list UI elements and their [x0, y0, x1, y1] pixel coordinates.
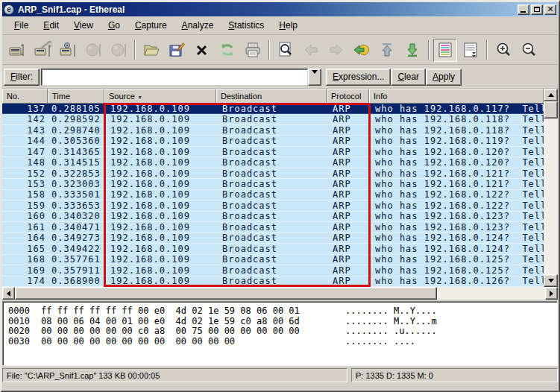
packet-no: 159	[2, 201, 48, 210]
scroll-left-button[interactable]	[2, 287, 15, 300]
packet-row[interactable]: 1640.349273192.168.0.109BroadcastARPwho …	[2, 233, 544, 244]
filter-dropdown-button[interactable]	[308, 69, 321, 86]
menu-file[interactable]: File	[7, 17, 36, 34]
column-header-no[interactable]: No.	[2, 89, 48, 104]
packet-time: 0.368900	[48, 276, 104, 285]
hex-offset: 0030	[8, 337, 41, 347]
zoom-in-button[interactable]	[491, 39, 515, 62]
packet-row[interactable]: 1690.357911192.168.0.109BroadcastARPwho …	[2, 265, 544, 276]
packet-destination: Broadcast	[216, 169, 327, 178]
minimize-icon	[520, 11, 526, 13]
menu-help[interactable]: Help	[271, 17, 305, 34]
clear-button[interactable]: Clear	[391, 69, 426, 86]
packet-time: 0.288105	[48, 104, 104, 113]
filter-button[interactable]: Filter:	[4, 69, 40, 86]
capture-start-button[interactable]	[56, 39, 80, 62]
toolbar-separator	[134, 40, 136, 60]
zoom-out-button[interactable]	[517, 39, 541, 62]
packet-info: who has 192.168.0.121? Tell	[369, 169, 544, 178]
packet-info: who has 192.168.0.118? Tell	[369, 115, 544, 124]
print-button[interactable]	[241, 39, 265, 62]
hex-line[interactable]: 003000 00 00 00 00 00 00 00 00 00 00 00.…	[8, 337, 557, 347]
packet-protocol: ARP	[327, 169, 369, 178]
auto-scroll-button[interactable]	[459, 39, 482, 62]
title-bar[interactable]: e ARP_Snif1.cap - Ethereal ✕	[2, 2, 558, 16]
menu-go[interactable]: Go	[101, 17, 128, 34]
close-button[interactable]: ✕	[544, 4, 556, 15]
capture-restart-button[interactable]	[107, 39, 130, 62]
menu-capture[interactable]: Capture	[128, 17, 174, 34]
packet-destination: Broadcast	[216, 190, 327, 199]
packet-row[interactable]: 1530.323003192.168.0.109BroadcastARPwho …	[2, 179, 544, 189]
vertical-scroll-thumb[interactable]	[544, 101, 558, 118]
horizontal-scrollbar[interactable]	[2, 287, 558, 300]
packet-row[interactable]: 1740.368900192.168.0.109BroadcastARPwho …	[2, 276, 544, 287]
menu-statistics[interactable]: Statistics	[221, 17, 271, 34]
filter-input[interactable]	[41, 69, 308, 86]
column-header-destination[interactable]: Destination	[216, 89, 327, 104]
packet-row[interactable]: 1580.333501192.168.0.109BroadcastARPwho …	[2, 190, 544, 200]
toolbar-separator	[268, 40, 270, 60]
find-packet-button[interactable]	[274, 39, 298, 62]
vertical-scrollbar[interactable]	[544, 89, 558, 287]
maximize-button[interactable]	[531, 4, 543, 15]
packet-info: who has 192.168.0.125? Tell	[369, 266, 544, 275]
hex-dump-pane[interactable]: 0000ff ff ff ff ff ff 00 e0 4d 02 1e 59 …	[2, 301, 558, 366]
hex-line[interactable]: 0000ff ff ff ff ff ff 00 e0 4d 02 1e 59 …	[8, 306, 557, 317]
reload-button[interactable]	[215, 39, 239, 62]
packet-row[interactable]: 1420.298592192.168.0.109BroadcastARPwho …	[2, 114, 544, 124]
menu-view[interactable]: View	[66, 17, 101, 34]
packet-row[interactable]: 1680.357761192.168.0.109BroadcastARPwho …	[2, 255, 544, 265]
packet-no: 160	[2, 212, 48, 221]
packet-row[interactable]: 1610.340471192.168.0.109BroadcastARPwho …	[2, 222, 544, 233]
capture-start-icon	[59, 41, 77, 59]
packet-row[interactable]: 1370.288105192.168.0.109BroadcastARPwho …	[2, 104, 544, 114]
menu-analyze[interactable]: Analyze	[174, 17, 221, 34]
packet-source: 192.168.0.109	[104, 233, 216, 242]
packet-row[interactable]: 1440.305360192.168.0.109BroadcastARPwho …	[2, 136, 544, 146]
column-header-info[interactable]: Info	[369, 89, 544, 104]
packet-info: who has 192.168.0.124? Tell	[369, 244, 544, 253]
colorize-button[interactable]	[433, 39, 457, 62]
column-header-source[interactable]: Source▾	[104, 89, 216, 104]
packet-row[interactable]: 1650.349422192.168.0.109BroadcastARPwho …	[2, 244, 544, 254]
packet-row[interactable]: 1520.322853192.168.0.109BroadcastARPwho …	[2, 168, 544, 179]
hex-hex-bytes: 08 00 06 04 00 01 00 e0 4d 02 1e 59 c0 a…	[41, 317, 345, 327]
packet-row[interactable]: 1480.314515192.168.0.109BroadcastARPwho …	[2, 157, 544, 168]
capture-options-button[interactable]	[31, 39, 54, 62]
hex-offset: 0000	[8, 306, 41, 317]
hex-line[interactable]: 002000 00 00 00 00 00 c0 a8 00 75 00 00 …	[8, 326, 557, 337]
hex-line[interactable]: 001008 00 06 04 00 01 00 e0 4d 02 1e 59 …	[8, 317, 557, 327]
packet-no: 174	[2, 276, 48, 285]
go-to-top-button[interactable]	[375, 39, 399, 62]
go-back-button[interactable]	[299, 39, 323, 62]
capture-stop-button[interactable]	[81, 39, 105, 62]
packet-row[interactable]: 1430.298740192.168.0.109BroadcastARPwho …	[2, 125, 544, 136]
column-header-time[interactable]: Time	[48, 89, 104, 104]
packet-source: 192.168.0.109	[104, 266, 216, 275]
horizontal-scroll-thumb[interactable]	[15, 287, 437, 300]
file-close-button[interactable]	[190, 39, 214, 62]
hex-hex-bytes: ff ff ff ff ff ff 00 e0 4d 02 1e 59 08 0…	[41, 306, 345, 317]
interface-list-button[interactable]	[5, 39, 29, 62]
scroll-right-button[interactable]	[545, 287, 558, 300]
packet-row[interactable]: 1470.314365192.168.0.109BroadcastARPwho …	[2, 147, 544, 157]
menu-edit[interactable]: Edit	[36, 17, 66, 34]
file-save-as-button[interactable]	[165, 39, 189, 62]
minimize-button[interactable]	[517, 4, 529, 15]
go-forward-button[interactable]	[324, 39, 348, 62]
expression-button[interactable]: Expression...	[326, 69, 391, 86]
apply-button[interactable]: Apply	[426, 69, 462, 86]
scroll-up-button[interactable]	[544, 89, 558, 101]
go-to-bottom-button[interactable]	[400, 39, 424, 62]
file-open-button[interactable]	[139, 39, 163, 62]
packet-protocol: ARP	[327, 266, 369, 275]
packet-no: 152	[2, 169, 48, 178]
go-to-packet-button[interactable]	[350, 39, 374, 62]
packet-row[interactable]: 1590.333653192.168.0.109BroadcastARPwho …	[2, 200, 544, 211]
packet-protocol: ARP	[327, 104, 369, 113]
column-header-protocol[interactable]: Protocol	[327, 89, 369, 104]
packet-destination: Broadcast	[216, 244, 327, 253]
scroll-down-button[interactable]	[544, 274, 558, 287]
packet-row[interactable]: 1600.340320192.168.0.109BroadcastARPwho …	[2, 212, 544, 222]
